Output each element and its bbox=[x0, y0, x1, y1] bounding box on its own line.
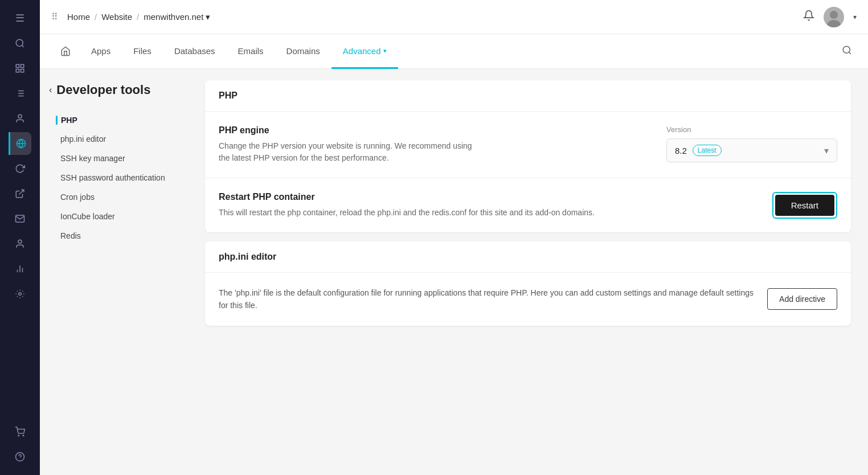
import-icon[interactable] bbox=[9, 182, 31, 205]
php-card-header: PHP bbox=[205, 80, 851, 112]
left-nav-section-title: PHP bbox=[49, 111, 179, 129]
tab-databases[interactable]: Databases bbox=[163, 35, 227, 69]
menu-icon[interactable]: ☰ bbox=[9, 7, 31, 30]
globe-icon[interactable] bbox=[9, 132, 31, 155]
refresh-icon[interactable] bbox=[9, 157, 31, 180]
svg-point-16 bbox=[18, 240, 22, 243]
grid-icon[interactable] bbox=[9, 57, 31, 80]
left-nav-section-title-label: PHP bbox=[61, 116, 77, 125]
settings-icon[interactable] bbox=[9, 282, 31, 305]
restart-button[interactable]: Restart bbox=[775, 195, 834, 216]
left-nav-item-label: Redis bbox=[60, 231, 81, 240]
user-icon[interactable] bbox=[9, 107, 31, 130]
restart-section: Restart PHP container This will restart … bbox=[205, 178, 851, 232]
main-area: ⠿ Home / Website / menwithven.net ▾ ▾ bbox=[40, 0, 868, 475]
breadcrumb-home[interactable]: Home bbox=[67, 12, 90, 22]
tab-emails-label: Emails bbox=[238, 46, 264, 56]
add-directive-button[interactable]: Add directive bbox=[767, 288, 837, 310]
content-area: ‹ Developer tools PHP php.ini editor SSH… bbox=[40, 69, 868, 475]
left-nav-item-label: php.ini editor bbox=[60, 134, 106, 144]
php-engine-desc2: the latest PHP version for the best perf… bbox=[219, 152, 644, 164]
left-nav-ssh-password-auth[interactable]: SSH password authentication bbox=[49, 168, 179, 187]
php-version-area: Version 8.2 Latest ▾ bbox=[666, 125, 837, 162]
tab-domains-label: Domains bbox=[286, 46, 320, 56]
avatar-caret-icon[interactable]: ▾ bbox=[853, 13, 857, 21]
svg-rect-2 bbox=[16, 64, 19, 67]
breadcrumb-domain-label: menwithven.net bbox=[144, 12, 203, 22]
version-number: 8.2 bbox=[675, 146, 687, 155]
topbar: ⠿ Home / Website / menwithven.net ▾ ▾ bbox=[40, 0, 868, 34]
svg-point-20 bbox=[19, 293, 22, 296]
nav-tabs: Apps Files Databases Emails Domains Adva… bbox=[40, 34, 868, 69]
nav-search-icon[interactable] bbox=[837, 40, 857, 63]
report-icon[interactable] bbox=[9, 257, 31, 280]
svg-rect-3 bbox=[21, 64, 24, 67]
restart-desc: This will restart the php container, rel… bbox=[219, 207, 750, 219]
svg-point-22 bbox=[23, 435, 24, 436]
back-arrow-icon[interactable]: ‹ bbox=[49, 85, 52, 95]
list-icon[interactable] bbox=[9, 82, 31, 105]
left-nav-item-label: SSH password authentication bbox=[60, 173, 165, 182]
version-badge: Latest bbox=[693, 145, 722, 156]
left-nav-item-label: Cron jobs bbox=[60, 193, 95, 202]
svg-point-21 bbox=[18, 435, 19, 436]
tab-apps-label: Apps bbox=[91, 46, 110, 56]
tab-emails[interactable]: Emails bbox=[227, 35, 275, 69]
phpini-row: The 'php.ini' file is the default config… bbox=[219, 286, 837, 312]
breadcrumb-sep-2: / bbox=[137, 12, 139, 22]
topbar-grid-icon: ⠿ bbox=[51, 11, 58, 22]
tab-advanced-caret-icon: ▾ bbox=[383, 47, 387, 55]
mail-icon[interactable] bbox=[9, 207, 31, 230]
svg-point-28 bbox=[843, 46, 850, 53]
svg-point-26 bbox=[830, 11, 838, 19]
avatar[interactable] bbox=[824, 7, 844, 27]
phpini-section: The 'php.ini' file is the default config… bbox=[205, 273, 851, 326]
version-caret-icon: ▾ bbox=[824, 145, 829, 156]
restart-row: Restart PHP container This will restart … bbox=[219, 192, 837, 219]
person-icon[interactable] bbox=[9, 232, 31, 255]
php-engine-desc1: Change the PHP version your website is r… bbox=[219, 140, 644, 152]
svg-line-1 bbox=[22, 45, 23, 47]
restart-text: Restart PHP container This will restart … bbox=[219, 192, 750, 219]
version-select[interactable]: 8.2 Latest ▾ bbox=[666, 138, 837, 162]
page-title-row: ‹ Developer tools bbox=[49, 83, 179, 97]
tab-advanced[interactable]: Advanced ▾ bbox=[331, 35, 398, 69]
breadcrumb-domain[interactable]: menwithven.net ▾ bbox=[144, 12, 210, 22]
tab-databases-label: Databases bbox=[174, 46, 215, 56]
breadcrumb-caret: ▾ bbox=[206, 12, 210, 22]
sidebar: ☰ bbox=[0, 0, 40, 475]
help-icon[interactable] bbox=[9, 445, 31, 468]
restart-title: Restart PHP container bbox=[219, 192, 750, 202]
topbar-actions: ▾ bbox=[803, 7, 857, 27]
breadcrumb-website[interactable]: Website bbox=[101, 12, 132, 22]
svg-point-12 bbox=[18, 114, 22, 118]
tab-apps[interactable]: Apps bbox=[80, 35, 122, 69]
left-nav-redis[interactable]: Redis bbox=[49, 226, 179, 245]
svg-rect-4 bbox=[21, 69, 24, 72]
search-icon[interactable] bbox=[9, 32, 31, 55]
left-nav: ‹ Developer tools PHP php.ini editor SSH… bbox=[40, 69, 188, 475]
php-card: PHP PHP engine Change the PHP version yo… bbox=[205, 80, 851, 232]
nav-home-icon[interactable] bbox=[51, 34, 80, 68]
notification-bell-icon[interactable] bbox=[803, 10, 814, 24]
active-bar bbox=[56, 116, 58, 125]
left-nav-section-php: PHP php.ini editor SSH key manager SSH p… bbox=[49, 111, 179, 245]
left-nav-ssh-key-manager[interactable]: SSH key manager bbox=[49, 149, 179, 168]
main-content: PHP PHP engine Change the PHP version yo… bbox=[188, 69, 868, 475]
left-nav-cron-jobs[interactable]: Cron jobs bbox=[49, 187, 179, 207]
restart-btn-wrapper: Restart bbox=[772, 192, 837, 219]
svg-point-0 bbox=[16, 39, 23, 46]
tab-advanced-label: Advanced bbox=[343, 46, 381, 56]
cart-icon[interactable] bbox=[9, 420, 31, 443]
version-label: Version bbox=[666, 125, 837, 134]
tab-domains[interactable]: Domains bbox=[275, 35, 331, 69]
tab-files[interactable]: Files bbox=[122, 35, 163, 69]
left-nav-phpini-editor[interactable]: php.ini editor bbox=[49, 129, 179, 149]
phpini-desc: The 'php.ini' file is the default config… bbox=[219, 286, 756, 312]
svg-rect-5 bbox=[16, 69, 19, 72]
svg-line-29 bbox=[849, 52, 850, 54]
php-engine-text: PHP engine Change the PHP version your w… bbox=[219, 125, 644, 164]
left-nav-item-label: IonCube loader bbox=[60, 212, 115, 221]
page-title: Developer tools bbox=[56, 83, 150, 97]
left-nav-ioncube-loader[interactable]: IonCube loader bbox=[49, 207, 179, 226]
